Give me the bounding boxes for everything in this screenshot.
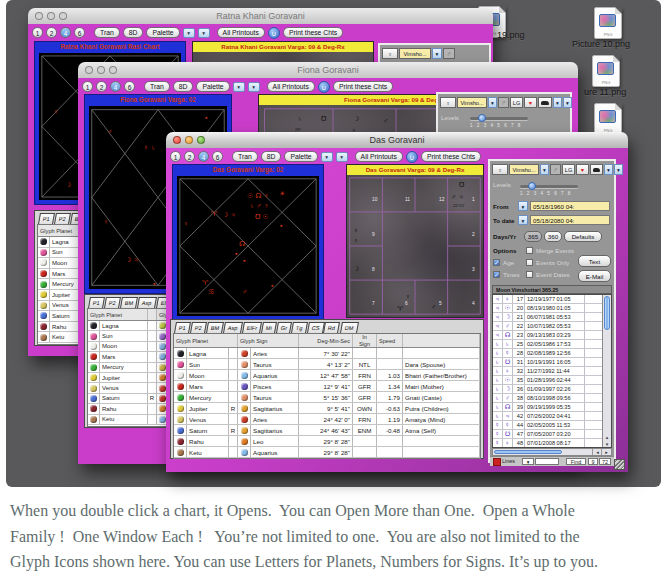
- redo-arrow-button[interactable]: ↱: [498, 97, 509, 108]
- email-button[interactable]: E-Mail: [578, 270, 611, 282]
- scrollbar-thumb[interactable]: [604, 296, 610, 330]
- dropdown-button[interactable]: ▾: [432, 48, 442, 59]
- dropdown-button[interactable]: ▾: [563, 97, 572, 108]
- text-button[interactable]: Text: [578, 255, 611, 267]
- scroll-right-icon[interactable]: ▸: [601, 449, 611, 455]
- all-printouts-button[interactable]: All Printouts: [267, 81, 315, 92]
- table-tab[interactable]: Asp: [137, 297, 157, 308]
- dropdown-button[interactable]: ▾: [248, 82, 260, 92]
- titlebar[interactable]: Fiona Goravani: [78, 62, 578, 79]
- scroll-up-icon[interactable]: ▴: [603, 434, 611, 440]
- chart-count-4-button[interactable]: 4: [60, 27, 71, 38]
- table-tab[interactable]: P1: [174, 322, 191, 333]
- levels-slider-thumb[interactable]: [528, 182, 536, 190]
- chart-count-2-button[interactable]: 2: [184, 151, 195, 162]
- planet-row[interactable]: Lagna Aries 7° 30' 22": [174, 348, 480, 359]
- dasha-row[interactable]: ☿ ♀ 48 07/01/2008 08:17: [493, 439, 611, 448]
- chart-count-2-button[interactable]: 2: [46, 27, 57, 38]
- chart-count-6-button[interactable]: 6: [74, 27, 85, 38]
- dropdown-button[interactable]: ▾: [604, 164, 613, 175]
- planet-row[interactable]: Ketu Aquarius 29° 8' 28": [174, 447, 480, 458]
- dasha-row[interactable]: ♄ ☿ 28 02/08/1989 12:56: [493, 349, 611, 358]
- table-tab[interactable]: BM: [206, 322, 224, 333]
- dasha-row[interactable]: ♄ ♂ 38 08/10/1998 09:56: [493, 394, 611, 403]
- planet-row[interactable]: Saturn R Sagittarius 24° 46' 43" ENM -0.…: [174, 425, 480, 436]
- u-icon-button[interactable]: ∪: [318, 81, 330, 93]
- dasha-row[interactable]: ♃ ♀ 17 12/19/1977 01:05: [493, 295, 611, 304]
- planet-row[interactable]: Mars Pisces 12° 9' 41" GFR 1.34 Matri (M…: [174, 381, 480, 392]
- table-tab[interactable]: P2: [190, 322, 207, 333]
- levels-slider-thumb[interactable]: [478, 114, 486, 122]
- dasha-row[interactable]: ♄ ♃ 42 07/26/2002 04:41: [493, 412, 611, 421]
- table-tab[interactable]: P2: [104, 297, 121, 308]
- window-das[interactable]: Das Goravani 1 2 4 6 Tran 8D Palette ▾ ▾…: [166, 132, 628, 472]
- rasi-chart[interactable]: Das Goravani Varga: 02 ☉ ☊ ♀ ☀ ♄ ♂ ♀ ♈ ☽…: [172, 164, 324, 321]
- dropdown-button[interactable]: ▾: [233, 82, 245, 92]
- age-checkbox[interactable]: ✓: [493, 259, 500, 266]
- file-icon-unnamed[interactable]: PNG: [594, 103, 622, 135]
- vehicle-icon-button[interactable]: [590, 164, 603, 175]
- file-label-picture-11[interactable]: ure 11.png: [584, 87, 626, 97]
- all-printouts-button[interactable]: All Printouts: [217, 27, 265, 38]
- heart-icon-button[interactable]: ♥: [524, 97, 537, 108]
- dropdown-button[interactable]: ▾: [488, 97, 497, 108]
- dasha-row[interactable]: ♃ ♂ 22 10/07/1982 05:53: [493, 322, 611, 331]
- defaults-button[interactable]: Defaults: [564, 231, 602, 242]
- file-icon-picture-10[interactable]: PNG: [594, 7, 622, 39]
- table-tab[interactable]: Gr: [276, 322, 292, 333]
- chart-count-4-button[interactable]: 4: [110, 81, 121, 92]
- print-charts-button[interactable]: Print these Chts: [333, 81, 393, 92]
- tran-button[interactable]: Tran: [144, 81, 170, 92]
- dropdown-button[interactable]: ▾: [183, 28, 195, 38]
- planet-row[interactable]: Venus Aries 24° 42' 0" FRN 1.19 Amatya (…: [174, 414, 480, 425]
- u-icon-button[interactable]: ∪: [406, 151, 418, 163]
- planet-combo-button[interactable]: ♆: [440, 97, 456, 108]
- dropdown-button[interactable]: ▾: [518, 201, 528, 211]
- print-charts-button[interactable]: Print these Chts: [421, 151, 481, 162]
- merge-events-checkbox[interactable]: [526, 247, 533, 254]
- file-label-picture-19[interactable]: 19.png: [497, 30, 525, 40]
- u-icon-button[interactable]: ∪: [268, 27, 280, 39]
- table-tab[interactable]: P2: [54, 213, 71, 224]
- chart-count-4-button[interactable]: 4: [198, 151, 209, 162]
- titlebar[interactable]: Das Goravani: [166, 132, 628, 149]
- chart-count-1-button[interactable]: 1: [82, 81, 93, 92]
- table-tab[interactable]: Asp: [223, 322, 243, 333]
- scroll-down-icon[interactable]: ▾: [603, 441, 611, 447]
- planet-combo-button[interactable]: ♆: [492, 164, 508, 175]
- dasha-row[interactable]: ♄ ☉ 35 01/28/1996 02:44: [493, 376, 611, 385]
- redo-arrow-button[interactable]: ↱: [443, 48, 455, 59]
- varga-chart[interactable]: Das Goravani Varga: 09 & Deg-Rx 10 11 12…: [346, 164, 484, 318]
- horizontal-scrollbar[interactable]: ◂ ▸: [492, 448, 612, 456]
- dasha-system-combo[interactable]: Vimsho...: [457, 97, 487, 108]
- bd-button[interactable]: 8D: [173, 81, 194, 92]
- dasha-system-combo[interactable]: Vimsho...: [509, 164, 539, 175]
- planet-row[interactable]: Mercury Taurus 5° 15' 36" GFR 1.79 Gnati…: [174, 392, 480, 403]
- dasha-row[interactable]: ♃ ☽ 21 06/07/1981 05:53: [493, 313, 611, 322]
- dasha-row[interactable]: ☿ ☿ 44 02/05/2005 11:53: [493, 421, 611, 430]
- dropdown-button[interactable]: ▾: [518, 215, 528, 225]
- planet-row[interactable]: Moon Aquarius 12° 47' 58" FRN 1.03 Bhatr…: [174, 370, 480, 381]
- dasha-row[interactable]: ♃ ☉ 20 08/19/1980 01:05: [493, 304, 611, 313]
- file-icon-picture-11[interactable]: PNG: [592, 55, 620, 87]
- lines-field[interactable]: [535, 458, 559, 465]
- dropdown-button[interactable]: ▾: [614, 164, 623, 175]
- tran-button[interactable]: Tran: [94, 27, 120, 38]
- find-button[interactable]: Find: [566, 458, 586, 465]
- planet-row[interactable]: Rahu Leo 29° 8' 28": [174, 436, 480, 447]
- days-365-button[interactable]: 365: [524, 231, 542, 242]
- dasha-row[interactable]: ♄ ♀ 32 11/27/1992 11:44: [493, 367, 611, 376]
- table-tab[interactable]: CS: [307, 322, 325, 333]
- scrollbar-thumb[interactable]: [494, 450, 562, 454]
- dasha-row[interactable]: ♄ ♄ 25 02/05/1986 17:53: [493, 340, 611, 349]
- print-charts-button[interactable]: Print these Chts: [283, 27, 343, 38]
- table-tab[interactable]: P1: [88, 297, 105, 308]
- resize-grip[interactable]: [614, 459, 625, 470]
- file-label-picture-10[interactable]: Picture 10.png: [572, 39, 630, 49]
- palette-button[interactable]: Palette: [146, 27, 179, 38]
- days-360-button[interactable]: 360: [544, 231, 562, 242]
- planet-combo-button[interactable]: ♆: [382, 48, 398, 59]
- vertical-scrollbar[interactable]: ▴ ▾: [602, 295, 611, 447]
- chart-count-2-button[interactable]: 2: [96, 81, 107, 92]
- heart-icon-button[interactable]: ♥: [576, 164, 589, 175]
